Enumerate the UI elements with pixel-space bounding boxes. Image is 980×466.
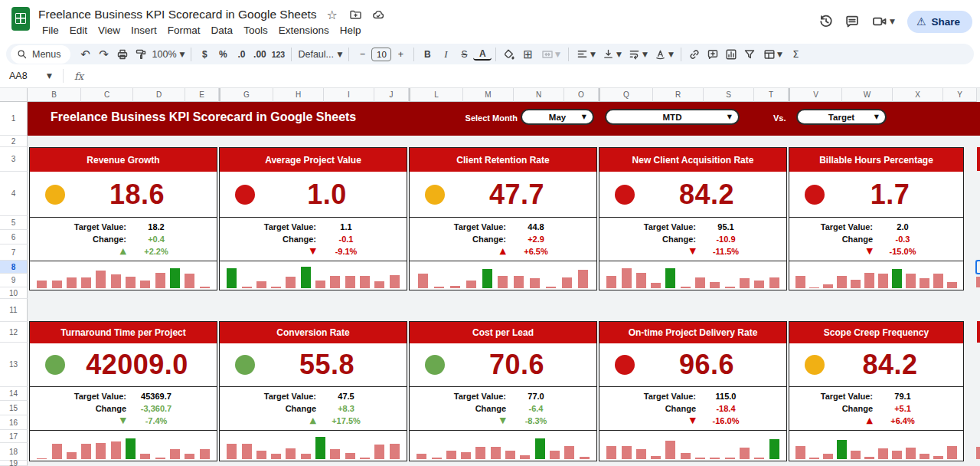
redo-button[interactable]: ↷ xyxy=(95,46,113,63)
column-header-L[interactable]: L xyxy=(410,88,463,102)
column-header-R[interactable]: R xyxy=(653,88,704,102)
version-history-icon[interactable] xyxy=(818,14,834,29)
menu-tools[interactable]: Tools xyxy=(238,24,273,37)
name-box[interactable]: AA8 ▼ xyxy=(0,71,58,81)
menu-extensions[interactable]: Extensions xyxy=(273,24,335,37)
italic-button[interactable]: I xyxy=(436,46,455,63)
row-header-13[interactable]: 13 xyxy=(0,343,28,387)
row-header-9[interactable]: 9 xyxy=(0,274,28,287)
name-box-caret-icon[interactable]: ▼ xyxy=(47,72,52,80)
row-header-10[interactable]: 10 xyxy=(0,287,28,299)
column-header-X[interactable]: X xyxy=(893,88,943,102)
comment-history-icon[interactable] xyxy=(844,14,860,29)
column-header-S[interactable]: S xyxy=(704,88,754,102)
column-header-M[interactable]: M xyxy=(463,88,514,102)
zoom-select[interactable]: 100%▼ xyxy=(150,46,188,63)
column-header-H[interactable]: H xyxy=(273,88,324,102)
insert-link-button[interactable] xyxy=(685,46,704,63)
star-icon[interactable]: ☆ xyxy=(325,7,340,22)
month-dropdown[interactable]: May▼ xyxy=(521,109,594,125)
font-select[interactable]: Defaul...▼ xyxy=(296,46,345,63)
formula-input[interactable] xyxy=(83,64,980,87)
period-dropdown[interactable]: MTD▼ xyxy=(605,109,740,125)
move-folder-icon[interactable] xyxy=(348,7,363,22)
menu-file[interactable]: File xyxy=(37,24,64,37)
row-header-17[interactable]: 17 xyxy=(0,430,28,443)
decrease-font-size-button[interactable]: − xyxy=(353,46,371,63)
column-header-E[interactable]: E xyxy=(185,88,219,102)
row-header-3[interactable]: 3 xyxy=(0,147,28,172)
borders-button[interactable]: ⊞ xyxy=(518,46,537,63)
row-header-12[interactable]: 12 xyxy=(0,322,28,343)
fill-color-button[interactable] xyxy=(500,46,518,63)
column-header-O[interactable]: O xyxy=(564,88,599,102)
column-header-B[interactable]: B xyxy=(28,88,81,102)
more-formats-button[interactable]: 123 xyxy=(269,46,287,63)
row-header-15[interactable]: 15 xyxy=(0,401,28,415)
undo-button[interactable]: ↶ xyxy=(77,46,95,63)
format-percent-button[interactable]: % xyxy=(214,46,232,63)
select-all-corner[interactable] xyxy=(0,88,28,102)
sparkline-bar xyxy=(725,287,735,288)
search-menus-button[interactable]: Menus xyxy=(11,45,70,64)
format-currency-button[interactable]: $ xyxy=(195,46,214,63)
row-header-19[interactable]: 19 xyxy=(0,461,28,466)
menu-edit[interactable]: Edit xyxy=(64,24,93,37)
increase-decimal-button[interactable]: .00 xyxy=(250,46,269,63)
row-header-4[interactable]: 4 xyxy=(0,172,28,216)
column-header-T[interactable]: T xyxy=(754,88,789,102)
row-header-14[interactable]: 14 xyxy=(0,387,28,401)
paint-format-button[interactable] xyxy=(132,46,150,63)
decrease-decimal-button[interactable]: .0 xyxy=(232,46,250,63)
row-header-6[interactable]: 6 xyxy=(0,230,28,244)
insert-chart-button[interactable] xyxy=(722,46,740,63)
column-header-Q[interactable]: Q xyxy=(600,88,653,102)
create-filter-button[interactable] xyxy=(740,46,759,63)
titlebar: Freelance Business KPI Scorecard in Goog… xyxy=(0,0,980,43)
row-header-7[interactable]: 7 xyxy=(0,244,28,261)
column-header-G[interactable]: G xyxy=(220,88,273,102)
row-header-8[interactable]: 8 xyxy=(0,261,28,274)
column-header-N[interactable]: N xyxy=(514,88,564,102)
kpi-details: Target Value:79.1Change+5.1▲+6.4% xyxy=(789,387,963,431)
text-wrap-button[interactable]: ▼ xyxy=(625,46,651,63)
bold-button[interactable]: B xyxy=(418,46,436,63)
menu-format[interactable]: Format xyxy=(162,24,206,37)
share-button[interactable]: ⚠ Share xyxy=(907,11,972,33)
row-header-11[interactable]: 11 xyxy=(0,299,28,322)
text-color-button[interactable]: A xyxy=(473,48,492,61)
strikethrough-button[interactable]: S xyxy=(455,46,473,63)
table-views-button[interactable]: ▼ xyxy=(759,46,786,63)
compare-dropdown[interactable]: Target▼ xyxy=(796,109,887,125)
column-header-J[interactable]: J xyxy=(374,88,409,102)
change-value: +0.4 xyxy=(126,234,186,244)
column-header-W[interactable]: W xyxy=(842,88,893,102)
column-header-D[interactable]: D xyxy=(133,88,185,102)
column-header-Y[interactable]: Y xyxy=(943,88,977,102)
menu-view[interactable]: View xyxy=(93,24,126,37)
insert-comment-button[interactable] xyxy=(704,46,722,63)
text-rotation-button[interactable]: ▼ xyxy=(651,46,677,63)
row-header-16[interactable]: 16 xyxy=(0,415,28,430)
horizontal-align-button[interactable]: ▼ xyxy=(573,46,599,63)
menu-help[interactable]: Help xyxy=(335,24,367,37)
row-header-2[interactable]: 2 xyxy=(0,136,28,147)
row-header-1[interactable]: 1 xyxy=(0,102,28,136)
document-title[interactable]: Freelance Business KPI Scorecard in Goog… xyxy=(38,8,317,21)
meet-caret-icon[interactable]: ▼ xyxy=(890,18,895,25)
increase-font-size-button[interactable]: + xyxy=(391,46,410,63)
meet-camera-icon[interactable]: ▼ xyxy=(871,14,897,29)
vertical-align-button[interactable]: ▼ xyxy=(599,46,625,63)
document-status-cloud-icon[interactable] xyxy=(371,7,386,22)
font-size-input[interactable]: 10 xyxy=(371,48,391,61)
menu-data[interactable]: Data xyxy=(206,24,239,37)
sheets-logo-icon[interactable] xyxy=(11,7,30,31)
functions-button[interactable]: Σ xyxy=(786,46,805,63)
menu-insert[interactable]: Insert xyxy=(126,24,162,37)
column-header-I[interactable]: I xyxy=(324,88,374,102)
merge-cells-button[interactable]: ▼ xyxy=(537,46,564,63)
column-header-C[interactable]: C xyxy=(81,88,133,102)
column-header-V[interactable]: V xyxy=(790,88,842,102)
print-button[interactable] xyxy=(113,46,132,63)
row-header-5[interactable]: 5 xyxy=(0,216,28,230)
